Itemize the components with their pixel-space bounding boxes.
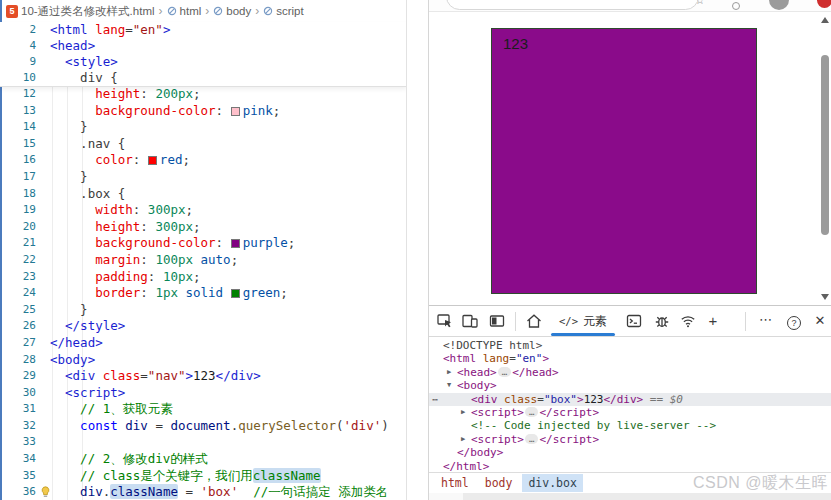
page-scrollbar[interactable]	[819, 14, 831, 303]
code-line[interactable]: 16 color: red;	[0, 152, 407, 169]
device-emulation-icon[interactable]	[461, 312, 479, 330]
dom-tree-row[interactable]: <html lang="en">	[429, 352, 831, 365]
tab-elements[interactable]: </> 元素	[559, 306, 607, 336]
code-line[interactable]: 20 height: 300px;	[0, 219, 407, 236]
breadcrumb-chevron-icon: ›	[255, 4, 259, 18]
dom-tree-row[interactable]: ▶<script>…</script>	[429, 406, 831, 419]
code-line[interactable]: 27</head>	[0, 335, 407, 352]
code-lines[interactable]: 12 height: 200px;13 background-color: pi…	[0, 86, 407, 500]
code-line[interactable]: 34 // 2、修改div的样式	[0, 451, 407, 468]
address-bar[interactable]	[446, 0, 699, 10]
code-line[interactable]: 23 padding: 10px;	[0, 269, 407, 286]
code-text: border: 1px solid green;	[50, 285, 288, 302]
code-text: }	[50, 302, 88, 319]
code-text: height: 200px;	[50, 86, 201, 103]
bookmark-star-icon[interactable]: ☆	[695, 0, 705, 7]
dom-tree-row[interactable]: <!DOCTYPE html>	[429, 339, 831, 352]
code-line[interactable]: 35 // class是个关键字，我们用className	[0, 468, 407, 485]
breadcrumb-chevron-icon: ›	[205, 4, 209, 18]
debug-icon[interactable]	[653, 312, 671, 330]
code-line[interactable]: 30 <script>	[0, 385, 407, 402]
code-line[interactable]: 21 background-color: purple;	[0, 235, 407, 252]
collapsed-arrow-icon[interactable]: ▶	[461, 406, 465, 419]
extension-icon[interactable]	[732, 2, 740, 10]
code-line[interactable]: 18 .box {	[0, 186, 407, 203]
notification-badge[interactable]	[817, 0, 831, 8]
code-text: div.className = 'box' //一句话搞定 添加类名	[50, 484, 388, 500]
devtools-crumb-html[interactable]: html	[435, 474, 475, 492]
line-number: 25	[0, 302, 36, 319]
sticky-line[interactable]: 10 div {	[0, 70, 407, 86]
scroll-down-arrow[interactable]	[821, 294, 829, 300]
collapsed-arrow-icon[interactable]: ▶	[447, 366, 451, 379]
dom-tree-row[interactable]: ▼<body>	[429, 379, 831, 392]
row-actions-icon[interactable]: ⋯	[432, 393, 439, 406]
elements-tab-label: 元素	[583, 313, 607, 330]
line-number: 22	[0, 252, 36, 269]
add-tab-icon[interactable]: +	[704, 312, 722, 330]
dom-tree-row[interactable]: </html>	[429, 460, 831, 472]
code-line[interactable]: 15 .nav {	[0, 136, 407, 153]
close-icon[interactable]: ✕	[811, 312, 829, 330]
code-line[interactable]: 33	[0, 434, 407, 451]
breadcrumb-file[interactable]: 5 10-通过类名修改样式.html	[6, 4, 155, 19]
breadcrumb-item-body[interactable]: body	[213, 5, 251, 17]
code-line[interactable]: 12 height: 200px;	[0, 86, 407, 103]
code-line[interactable]: 28<body>	[0, 352, 407, 369]
scrollbar-thumb[interactable]	[821, 55, 829, 235]
dom-node-text: <head>…</head>	[457, 366, 559, 379]
devtools-crumb-div.box[interactable]: div.box	[522, 474, 582, 492]
active-tab-underline	[551, 333, 615, 336]
dom-tree-row[interactable]: ▶<head>…</head>	[429, 366, 831, 379]
more-options-icon[interactable]: ⋯	[757, 312, 775, 330]
sticky-line[interactable]: 2<html lang="en">	[0, 22, 407, 38]
code-line[interactable]: 13 background-color: pink;	[0, 103, 407, 120]
code-line[interactable]: 29 <div class="nav">123</div>	[0, 368, 407, 385]
network-icon[interactable]	[679, 312, 697, 330]
code-text: // class是个关键字，我们用className	[50, 468, 321, 485]
code-line[interactable]: 14 }	[0, 119, 407, 136]
code-line[interactable]: 36 div.className = 'box' //一句话搞定 添加类名	[0, 484, 407, 500]
code-line[interactable]: 32 const div = document.querySelector('d…	[0, 418, 407, 435]
line-number: 14	[0, 119, 36, 136]
code-text: .nav {	[50, 136, 125, 153]
line-number: 15	[0, 136, 36, 153]
line-number: 19	[0, 202, 36, 219]
code-text: }	[50, 119, 88, 136]
help-icon[interactable]: ?	[785, 312, 803, 330]
code-line[interactable]: 26 </style>	[0, 318, 407, 335]
code-line[interactable]: 22 margin: 100px auto;	[0, 252, 407, 269]
devtools-crumb-body[interactable]: body	[479, 474, 519, 492]
code-line[interactable]: 31 // 1、获取元素	[0, 401, 407, 418]
dom-tree-row[interactable]: <!-- Code injected by live-server -->	[429, 419, 831, 432]
code-line[interactable]: 19 width: 300px;	[0, 202, 407, 219]
devtools-toolbar: </> 元素	[429, 306, 831, 337]
profile-avatar[interactable]	[769, 0, 789, 10]
code-line[interactable]: 24 border: 1px solid green;	[0, 285, 407, 302]
collapsed-arrow-icon[interactable]: ▶	[461, 433, 465, 446]
dom-tree-row[interactable]: </body>	[429, 446, 831, 459]
breadcrumb-item-html[interactable]: html	[167, 5, 202, 17]
console-icon[interactable]	[625, 312, 643, 330]
breadcrumb-item-script[interactable]: script	[263, 5, 303, 17]
code-text: </style>	[50, 318, 125, 335]
breadcrumb[interactable]: 5 10-通过类名修改样式.html ›html›body›script	[6, 0, 304, 22]
dock-side-icon[interactable]	[488, 312, 506, 330]
line-number: 12	[0, 86, 36, 103]
dom-tree-row-selected[interactable]: ⋯<div class="box">123</div> == $0	[429, 393, 831, 406]
code-line[interactable]: 25 }	[0, 302, 407, 319]
home-icon[interactable]	[525, 312, 543, 330]
code-text: width: 300px;	[50, 202, 193, 219]
sticky-line[interactable]: 4<head>	[0, 38, 407, 54]
sticky-line[interactable]: 9 <style>	[0, 54, 407, 70]
code-line[interactable]: 17 }	[0, 169, 407, 186]
color-swatch	[148, 156, 157, 165]
toolbar-divider	[515, 312, 516, 331]
expanded-arrow-icon[interactable]: ▼	[447, 379, 451, 392]
code-text: const div = document.querySelector('div'…	[50, 418, 389, 435]
dom-tree[interactable]: <!DOCTYPE html><html lang="en">▶<head>…<…	[429, 337, 831, 472]
scroll-up-arrow[interactable]	[821, 17, 829, 23]
dom-tree-row[interactable]: ▶<script>…</script>	[429, 433, 831, 446]
inspect-icon[interactable]	[436, 312, 454, 330]
sticky-scroll-lines[interactable]: 2<html lang="en">4<head>9 <style>10 div …	[0, 22, 407, 86]
